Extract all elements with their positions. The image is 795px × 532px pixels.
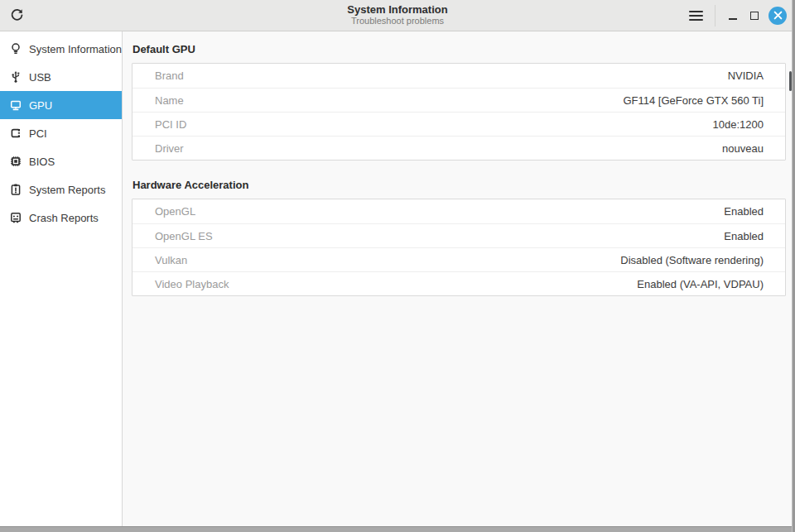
row-label: Driver [155, 142, 184, 155]
titlebar-separator [715, 5, 716, 26]
hamburger-menu-button[interactable] [682, 4, 710, 27]
sidebar-item-crash-reports[interactable]: Crash Reports [0, 204, 122, 232]
table-row: Vulkan Disabled (Software rendering) [132, 247, 785, 271]
sidebar-item-system-reports[interactable]: System Reports [0, 175, 122, 204]
table-row: OpenGL ES Enabled [132, 223, 785, 247]
section-title-default-gpu: Default GPU [132, 43, 786, 55]
pci-card-icon [8, 127, 22, 141]
sidebar-item-label: System Information [29, 43, 122, 55]
row-value: Enabled (VA-API, VDPAU) [637, 278, 764, 290]
crash-screen-icon [8, 211, 22, 225]
titlebar-controls [682, 0, 795, 31]
scrollbar-thumb[interactable] [789, 71, 792, 91]
monitor-icon [8, 98, 22, 113]
row-value: Enabled [724, 205, 764, 218]
section-title-hardware-acceleration: Hardware Acceleration [132, 179, 786, 191]
close-button[interactable] [768, 7, 787, 25]
table-row: Video Playback Enabled (VA-API, VDPAU) [132, 271, 785, 295]
usb-icon [8, 70, 22, 84]
window-title: System Information [347, 4, 447, 17]
titlebar-titles: System Information Troubleshoot problems [347, 4, 447, 27]
row-value: 10de:1200 [713, 118, 764, 131]
table-row: PCI ID 10de:1200 [132, 112, 785, 136]
refresh-button[interactable] [0, 0, 33, 31]
sidebar-item-label: Crash Reports [29, 212, 99, 224]
table-row: Brand NVIDIA [132, 64, 785, 88]
window-subtitle: Troubleshoot problems [347, 17, 447, 27]
close-icon [773, 11, 783, 20]
table-row: Driver nouveau [132, 136, 785, 160]
minimize-icon [729, 18, 737, 20]
row-label: OpenGL ES [155, 230, 213, 242]
row-value: GF114 [GeForce GTX 560 Ti] [623, 94, 764, 107]
sidebar-item-usb[interactable]: USB [0, 63, 122, 91]
titlebar: System Information Troubleshoot problems [0, 0, 795, 31]
row-label: PCI ID [155, 118, 186, 131]
sidebar-item-gpu[interactable]: GPU [0, 91, 122, 119]
clipboard-alert-icon [8, 183, 22, 197]
minimize-button[interactable] [722, 4, 744, 27]
sidebar-item-label: PCI [29, 127, 47, 140]
row-label: Video Playback [155, 278, 229, 290]
sidebar-item-label: BIOS [29, 156, 55, 168]
table-row: OpenGL Enabled [132, 199, 785, 223]
default-gpu-table: Brand NVIDIA Name GF114 [GeForce GTX 560… [132, 63, 786, 161]
chip-icon [8, 155, 22, 169]
lightbulb-icon [8, 42, 22, 56]
hardware-acceleration-table: OpenGL Enabled OpenGL ES Enabled Vulkan … [132, 199, 786, 296]
row-label: OpenGL [155, 205, 195, 218]
sidebar-item-pci[interactable]: PCI [0, 119, 122, 147]
row-label: Name [155, 94, 184, 107]
sidebar-item-label: USB [29, 71, 51, 84]
row-value: nouveau [722, 142, 764, 155]
sidebar: System Information USB [0, 31, 123, 526]
app-window: System Information Troubleshoot problems [0, 0, 795, 532]
refresh-icon [10, 8, 24, 22]
row-value: Enabled [724, 230, 764, 242]
maximize-icon [750, 12, 759, 20]
row-value: Disabled (Software rendering) [620, 254, 764, 266]
table-row: Name GF114 [GeForce GTX 560 Ti] [132, 88, 785, 112]
maximize-button[interactable] [744, 4, 765, 27]
window-body: System Information USB [0, 31, 795, 526]
window-right-edge [792, 0, 795, 532]
row-label: Vulkan [155, 254, 187, 266]
row-value: NVIDIA [728, 69, 764, 82]
sidebar-item-label: System Reports [29, 184, 105, 196]
sidebar-item-bios[interactable]: BIOS [0, 147, 122, 175]
sidebar-item-label: GPU [29, 99, 52, 112]
window-bottom-edge [0, 526, 795, 532]
main-content: Default GPU Brand NVIDIA Name GF114 [GeF… [123, 31, 795, 526]
sidebar-item-system-information[interactable]: System Information [0, 35, 122, 63]
row-label: Brand [155, 69, 184, 82]
